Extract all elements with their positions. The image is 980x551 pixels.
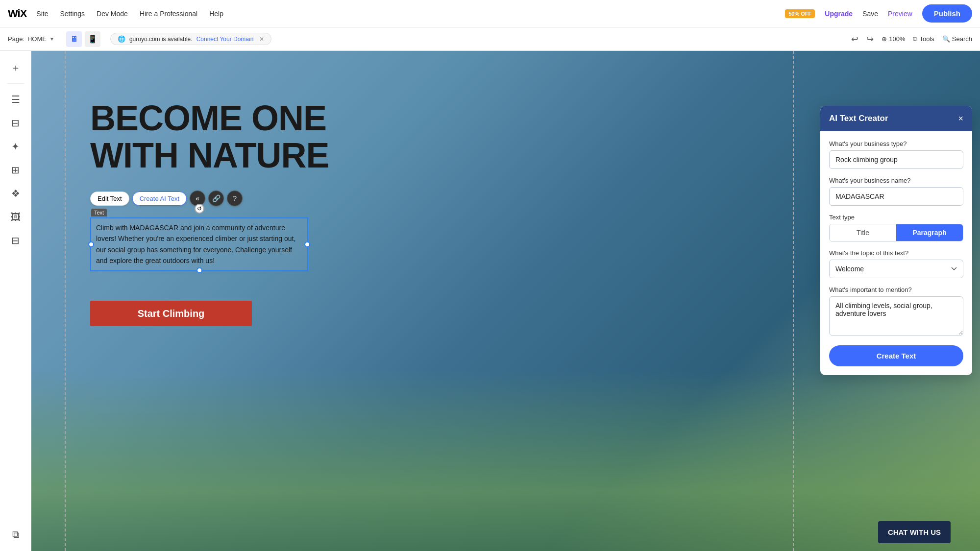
text-type-group: Text type Title Paragraph <box>829 214 963 241</box>
rotate-handle[interactable]: ↺ <box>195 204 204 214</box>
sidebar-divider-1 <box>7 83 24 84</box>
extensions-icon[interactable]: ❖ <box>5 183 26 204</box>
connect-domain-link[interactable]: Connect Your Domain <box>196 36 254 43</box>
create-text-button[interactable]: Create Text <box>829 345 963 366</box>
text-type-label-field: Text type <box>829 214 963 221</box>
nav-help[interactable]: Help <box>209 10 223 18</box>
device-selector: 🖥 📱 <box>66 31 100 47</box>
mention-group: What's important to mention? All climbin… <box>829 286 963 335</box>
resize-handle-bottom[interactable] <box>196 267 202 273</box>
topic-group: What's the topic of this text? Welcome <box>829 249 963 278</box>
tools-label: Tools <box>919 35 934 43</box>
redo-icon[interactable]: ↪ <box>866 34 874 45</box>
business-type-input[interactable] <box>829 150 963 169</box>
apps-icon[interactable]: ⊞ <box>5 159 26 181</box>
canvas: BECOME ONE WITH NATURE Edit Text Create … <box>31 51 980 551</box>
hero-title[interactable]: BECOME ONE WITH NATURE <box>90 100 774 174</box>
text-toolbar: Edit Text Create AI Text « 🔗 ? <box>90 191 243 206</box>
pages-icon[interactable]: ⊟ <box>5 112 26 134</box>
dialog-close-button[interactable]: × <box>958 114 963 123</box>
link-icon[interactable]: 🔗 <box>208 191 224 206</box>
secondary-toolbar: Page: HOME ▼ 🖥 📱 🌐 guroyo.com is availab… <box>0 27 980 51</box>
dialog-header: AI Text Creator × <box>820 106 972 131</box>
page-selector[interactable]: Page: HOME ▼ <box>8 35 54 43</box>
upgrade-link[interactable]: Upgrade <box>825 10 853 18</box>
text-type-label: Text <box>91 209 107 216</box>
resize-handle-left[interactable] <box>88 241 94 247</box>
desktop-icon[interactable]: 🖥 <box>66 31 82 47</box>
search-button[interactable]: 🔍 Search <box>942 35 972 43</box>
paragraph-text[interactable]: Climb with MADAGASCAR and join a communi… <box>96 222 302 266</box>
left-sidebar: ＋ ☰ ⊟ ✦ ⊞ ❖ 🖼 ⊟ ⧉ <box>0 51 31 551</box>
page-name: HOME <box>27 35 47 43</box>
page-chevron-icon: ▼ <box>49 36 54 42</box>
publish-button[interactable]: Publish <box>922 4 972 23</box>
zoom-value: 100% <box>889 35 905 43</box>
text-edit-box[interactable]: Text ↺ Climb with MADAGASCAR and join a … <box>90 217 308 271</box>
domain-bar: 🌐 guroyo.com is available. Connect Your … <box>110 33 271 45</box>
type-title-button[interactable]: Title <box>830 224 896 241</box>
hero-title-line1: BECOME ONE <box>90 100 774 137</box>
wix-logo: WiX <box>8 7 26 20</box>
dialog-title: AI Text Creator <box>829 114 888 123</box>
resize-handle-right[interactable] <box>304 241 310 247</box>
business-name-label: What's your business name? <box>829 177 963 184</box>
discount-badge: 50% OFF <box>785 9 815 18</box>
globe-icon: 🌐 <box>118 35 125 43</box>
nav-dev-mode[interactable]: Dev Mode <box>97 10 128 18</box>
domain-close-icon[interactable]: ✕ <box>259 36 264 43</box>
nav-site[interactable]: Site <box>36 10 48 18</box>
domain-text: guroyo.com is available. <box>129 36 193 43</box>
undo-icon[interactable]: ↩ <box>851 34 858 45</box>
page-label: Page: <box>8 35 24 43</box>
create-ai-text-button[interactable]: Create AI Text <box>132 192 187 206</box>
main-area: ＋ ☰ ⊟ ✦ ⊞ ❖ 🖼 ⊟ ⧉ BECOME ONE WITH NATURE… <box>0 51 980 551</box>
chat-widget[interactable]: CHAT WITH US <box>878 521 951 543</box>
mention-label: What's important to mention? <box>829 286 963 293</box>
top-nav: Site Settings Dev Mode Hire a Profession… <box>36 10 223 18</box>
tools-icon: ⧉ <box>913 35 917 43</box>
design-icon[interactable]: ✦ <box>5 136 26 157</box>
search-icon: 🔍 <box>942 35 950 43</box>
hero-title-line2: WITH NATURE <box>90 137 774 174</box>
nav-hire[interactable]: Hire a Professional <box>140 10 197 18</box>
sidebar-bottom: ⧉ <box>5 522 26 545</box>
sections-icon[interactable]: ☰ <box>5 89 26 110</box>
preview-button[interactable]: Preview <box>888 10 912 18</box>
edit-text-button[interactable]: Edit Text <box>90 192 129 206</box>
business-name-input[interactable] <box>829 187 963 206</box>
text-type-selector: Title Paragraph <box>829 224 963 241</box>
start-climbing-button[interactable]: Start Climbing <box>90 301 252 326</box>
ai-text-creator-dialog: AI Text Creator × What's your business t… <box>820 106 972 375</box>
top-bar: WiX Site Settings Dev Mode Hire a Profes… <box>0 0 980 27</box>
mobile-icon[interactable]: 📱 <box>85 31 100 47</box>
zoom-icon: ⊕ <box>882 35 887 43</box>
tools-button[interactable]: ⧉ Tools <box>913 35 934 43</box>
hero-content: BECOME ONE WITH NATURE <box>90 100 774 174</box>
business-type-label: What's your business type? <box>829 140 963 147</box>
business-name-group: What's your business name? <box>829 177 963 206</box>
search-label: Search <box>952 35 972 43</box>
business-type-group: What's your business type? <box>829 140 963 169</box>
topic-label: What's the topic of this text? <box>829 249 963 257</box>
data-icon[interactable]: ⊟ <box>5 230 26 251</box>
type-paragraph-button[interactable]: Paragraph <box>896 224 963 241</box>
zoom-display[interactable]: ⊕ 100% <box>882 35 905 43</box>
topic-select[interactable]: Welcome <box>829 260 963 278</box>
mention-textarea[interactable]: All climbing levels, social group, adven… <box>829 296 963 335</box>
help-icon[interactable]: ? <box>227 191 243 206</box>
media-icon[interactable]: 🖼 <box>5 206 26 228</box>
toolbar2-right: ↩ ↪ ⊕ 100% ⧉ Tools 🔍 Search <box>851 34 972 45</box>
nav-settings[interactable]: Settings <box>60 10 85 18</box>
layers-icon[interactable]: ⧉ <box>5 524 26 545</box>
save-button[interactable]: Save <box>862 10 878 18</box>
add-elements-icon[interactable]: ＋ <box>5 57 26 78</box>
dialog-body: What's your business type? What's your b… <box>820 131 972 375</box>
